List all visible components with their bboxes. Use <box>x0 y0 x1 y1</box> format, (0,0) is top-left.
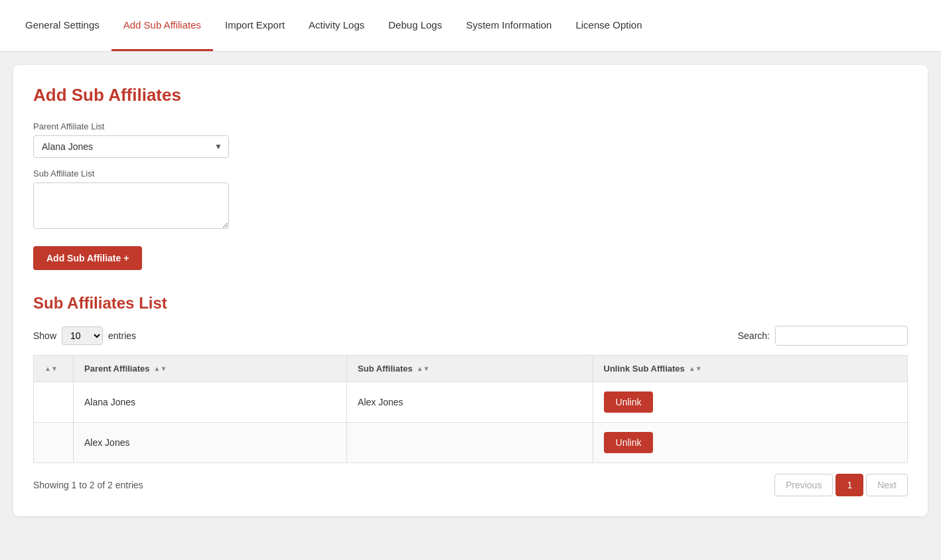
main-content: Add Sub Affiliates Parent Affiliate List… <box>0 52 941 529</box>
sub-affiliates-table: ▲▼ Parent Affiliates ▲▼ Sub Affiliates ▲… <box>33 355 908 463</box>
entries-label: entries <box>108 330 136 341</box>
row-unlink: Unlink <box>593 423 907 463</box>
pagination-controls: Previous 1 Next <box>774 474 908 496</box>
parent-sort-icon: ▲▼ <box>154 365 167 372</box>
next-button[interactable]: Next <box>866 474 908 496</box>
row-index <box>34 423 74 463</box>
col-parent-affiliates[interactable]: Parent Affiliates ▲▼ <box>74 356 347 382</box>
page-1-button[interactable]: 1 <box>835 474 863 496</box>
search-input[interactable] <box>775 326 908 346</box>
sub-affiliate-label: Sub Affiliate List <box>33 169 908 178</box>
table-header-row: ▲▼ Parent Affiliates ▲▼ Sub Affiliates ▲… <box>34 356 908 382</box>
nav-general-settings[interactable]: General Settings <box>13 0 111 51</box>
sub-sort-icon: ▲▼ <box>417 365 430 372</box>
row-sub: Alex Jones <box>347 382 593 423</box>
col-sort-icon[interactable]: ▲▼ <box>34 356 74 382</box>
table-controls: Show 10 25 50 100 entries Search: <box>33 326 908 346</box>
unlink-button[interactable]: Unlink <box>604 432 654 453</box>
sort-arrows-icon: ▲▼ <box>44 365 58 372</box>
nav-import-export[interactable]: Import Export <box>213 0 297 51</box>
sub-affiliate-input[interactable] <box>33 182 229 229</box>
list-section-title: Sub Affiliates List <box>33 294 908 313</box>
table-row: Alex Jones Unlink <box>34 423 908 463</box>
navigation: General Settings Add Sub Affiliates Impo… <box>0 0 941 52</box>
parent-affiliate-select-wrapper: Alana Jones Alex Jones ▼ <box>33 135 229 158</box>
table-row: Alana Jones Alex Jones Unlink <box>34 382 908 423</box>
show-entries: Show 10 25 50 100 entries <box>33 326 136 345</box>
sub-affiliate-group: Sub Affiliate List <box>33 169 908 229</box>
add-sub-affiliate-button[interactable]: Add Sub Affiliate + <box>33 246 142 270</box>
row-index <box>34 382 74 423</box>
search-box: Search: <box>738 326 908 346</box>
row-parent: Alana Jones <box>74 382 347 423</box>
row-sub <box>347 423 593 463</box>
showing-text: Showing 1 to 2 of 2 entries <box>33 480 143 490</box>
unlink-button[interactable]: Unlink <box>604 391 654 413</box>
nav-debug-logs[interactable]: Debug Logs <box>376 0 454 51</box>
entries-per-page-select[interactable]: 10 25 50 100 <box>62 326 103 345</box>
parent-affiliate-select[interactable]: Alana Jones Alex Jones <box>33 135 229 158</box>
unlink-sort-icon: ▲▼ <box>689 365 702 372</box>
row-unlink: Unlink <box>593 382 907 423</box>
nav-activity-logs[interactable]: Activity Logs <box>297 0 376 51</box>
parent-affiliate-group: Parent Affiliate List Alana Jones Alex J… <box>33 121 908 158</box>
pagination-area: Showing 1 to 2 of 2 entries Previous 1 N… <box>33 474 908 496</box>
card: Add Sub Affiliates Parent Affiliate List… <box>13 65 928 516</box>
nav-license-option[interactable]: License Option <box>563 0 654 51</box>
nav-add-sub-affiliates[interactable]: Add Sub Affiliates <box>111 0 213 51</box>
search-label: Search: <box>738 330 770 341</box>
col-sub-affiliates[interactable]: Sub Affiliates ▲▼ <box>347 356 593 382</box>
parent-affiliate-label: Parent Affiliate List <box>33 121 908 131</box>
row-parent: Alex Jones <box>74 423 347 463</box>
col-unlink[interactable]: Unlink Sub Affliates ▲▼ <box>593 356 907 382</box>
previous-button[interactable]: Previous <box>774 474 833 496</box>
page-title: Add Sub Affiliates <box>33 85 908 105</box>
nav-system-information[interactable]: System Information <box>454 0 563 51</box>
show-label: Show <box>33 330 56 341</box>
